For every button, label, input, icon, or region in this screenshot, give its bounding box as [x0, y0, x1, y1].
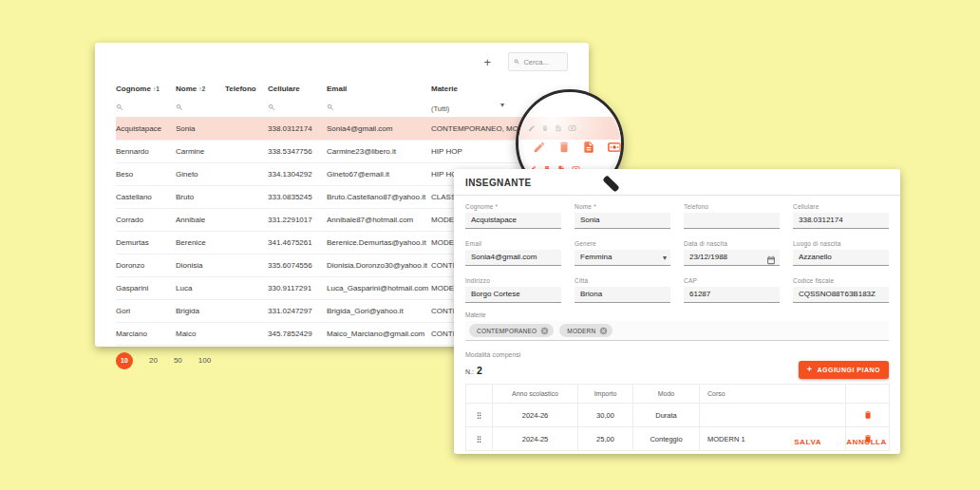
- cell-anno: 2024-25: [493, 427, 578, 451]
- cancel-button[interactable]: ANNULLA: [846, 438, 887, 446]
- cell-telefono: [225, 140, 268, 162]
- add-plan-label: AGGIUNGI PIANO: [817, 367, 880, 373]
- column-label: Cognome: [116, 85, 151, 93]
- genere-select[interactable]: Femmina▾: [575, 250, 670, 266]
- cell-telefono: [225, 299, 268, 322]
- payments-icon[interactable]: [568, 124, 576, 132]
- cell-email: Sonia4@gmail.com: [327, 117, 431, 140]
- data-nascita-input[interactable]: 23/12/1988: [684, 250, 780, 266]
- nome-input[interactable]: Sonia: [575, 213, 670, 229]
- page-size-50[interactable]: 50: [174, 356, 182, 365]
- materie-chipbar[interactable]: CONTEMPORANEO MODERN: [465, 321, 889, 341]
- column-anno: Anno scolastico: [493, 385, 578, 404]
- search-icon: [268, 104, 275, 111]
- cell-email: Bruto.Castellano87@yahoo.it: [327, 185, 431, 208]
- telefono-input[interactable]: [684, 213, 780, 229]
- delete-icon[interactable]: [557, 141, 571, 154]
- indirizzo-input[interactable]: Borgo Cortese: [465, 287, 561, 303]
- form-actions: SALVA ANNULLA: [794, 438, 887, 446]
- cell-nome: Maico: [176, 322, 225, 345]
- citta-input[interactable]: Briona: [575, 287, 670, 303]
- teacher-detail-panel: INSEGNANTE Cognome * Acquistapace Nome *…: [454, 169, 900, 454]
- cell-nome: Gineto: [176, 162, 225, 185]
- add-plan-button[interactable]: + AGGIUNGI PIANO: [799, 361, 889, 379]
- search-input[interactable]: [523, 58, 562, 66]
- codice-fiscale-input[interactable]: CQSSNO88T63B183Z: [793, 287, 889, 303]
- chip-remove-icon[interactable]: [540, 327, 549, 335]
- calendar-icon[interactable]: [766, 253, 776, 266]
- chip-remove-icon[interactable]: [599, 327, 608, 335]
- cell-nome: Luca: [176, 276, 225, 299]
- cell-nome: Carmine: [176, 140, 225, 162]
- cell-cognome: Acquistapace: [116, 117, 176, 140]
- global-search[interactable]: [508, 52, 568, 71]
- add-teacher-button[interactable]: +: [483, 56, 491, 68]
- compensi-section: Modalità compensi N.: 2 + AGGIUNGI PIANO: [454, 351, 900, 379]
- materia-chip: CONTEMPORANEO: [469, 324, 554, 337]
- cell-telefono: [225, 276, 268, 299]
- compensi-header-row: Anno scolastico Importo Modo Corso: [466, 385, 890, 404]
- filter-cellulare[interactable]: [268, 96, 327, 117]
- cell-cognome: Corrado: [116, 208, 176, 231]
- compensi-row: 2024-26 30,00 Durata: [466, 404, 890, 427]
- drag-handle-icon[interactable]: [475, 434, 483, 443]
- page-size-20[interactable]: 20: [149, 356, 158, 365]
- filter-nome[interactable]: [176, 96, 225, 117]
- filter-row: (Tutti)▾: [116, 96, 567, 117]
- field-codice-fiscale: Codice fiscale CQSSNO88T63B183Z: [793, 277, 889, 303]
- cellulare-input[interactable]: 338.0312174: [793, 213, 889, 229]
- search-icon: [514, 58, 519, 66]
- sort-asc-2-icon: ↑2: [198, 85, 205, 92]
- sort-asc-1-icon: ↑1: [153, 85, 160, 92]
- cell-cognome: Gasparini: [116, 276, 176, 299]
- email-input[interactable]: Sonia4@gmail.com: [465, 250, 561, 266]
- cell-email: Brigida_Gori@yahoo.it: [327, 299, 431, 322]
- column-header-cognome[interactable]: Cognome↑1: [116, 81, 176, 96]
- teacher-form: Cognome * Acquistapace Nome * Sonia Tele…: [454, 196, 900, 303]
- column-modo: Modo: [633, 385, 700, 404]
- cell-nome: Berenice: [176, 231, 225, 254]
- cell-telefono: [225, 254, 268, 276]
- cell-cellulare: 330.9117291: [268, 276, 327, 299]
- data-nascita-value: 23/12/1988: [689, 253, 727, 261]
- invoice-icon[interactable]: [555, 124, 562, 132]
- edit-icon[interactable]: [533, 141, 546, 154]
- invoice-icon[interactable]: [582, 141, 595, 154]
- field-label: Cognome *: [465, 203, 561, 210]
- save-button[interactable]: SALVA: [794, 438, 821, 446]
- cell-telefono: [225, 162, 268, 185]
- filter-telefono: [225, 96, 268, 117]
- cell-email: Carmine23@libero.it: [327, 140, 431, 162]
- table-row[interactable]: AcquistapaceSonia338.0312174Sonia4@gmail…: [116, 117, 567, 140]
- materie-label: Materie: [465, 311, 889, 318]
- field-label: Luogo di nascita: [793, 240, 889, 247]
- column-header-cellulare[interactable]: Cellulare: [268, 81, 327, 96]
- selected-row-through-lens: [517, 117, 623, 140]
- cell-nome: Sonia: [176, 117, 225, 140]
- payments-icon[interactable]: [607, 141, 622, 154]
- field-indirizzo: Indirizzo Borgo Cortese: [465, 277, 561, 303]
- filter-cognome[interactable]: [116, 96, 176, 117]
- cell-corso: [700, 404, 846, 427]
- filter-email[interactable]: [327, 96, 431, 117]
- table-row[interactable]: BennardoCarmine338.5347756Carmine23@libe…: [116, 140, 567, 162]
- count-value: 2: [477, 365, 482, 376]
- page-size-100[interactable]: 100: [198, 356, 211, 365]
- column-header-email[interactable]: Email: [327, 81, 431, 96]
- field-label: Data di nascita: [684, 240, 780, 247]
- page-size-10[interactable]: 10: [116, 352, 133, 369]
- column-header-telefono[interactable]: Telefono: [225, 81, 268, 96]
- drag-handle-icon[interactable]: [475, 410, 483, 419]
- column-header-nome[interactable]: Nome↑2: [176, 81, 225, 96]
- cell-cellulare: 338.0312174: [268, 117, 327, 140]
- field-email: Email Sonia4@gmail.com: [465, 240, 561, 266]
- column-label: Telefono: [225, 85, 256, 93]
- cap-input[interactable]: 61287: [684, 287, 780, 303]
- delete-icon[interactable]: [541, 124, 549, 132]
- field-cellulare: Cellulare 338.0312174: [793, 203, 889, 229]
- edit-icon[interactable]: [528, 124, 536, 132]
- delete-plan-icon[interactable]: [863, 410, 873, 419]
- cognome-input[interactable]: Acquistapace: [465, 213, 561, 229]
- luogo-nascita-input[interactable]: Azzanello: [793, 250, 889, 266]
- cell-cellulare: 331.0247297: [268, 299, 327, 322]
